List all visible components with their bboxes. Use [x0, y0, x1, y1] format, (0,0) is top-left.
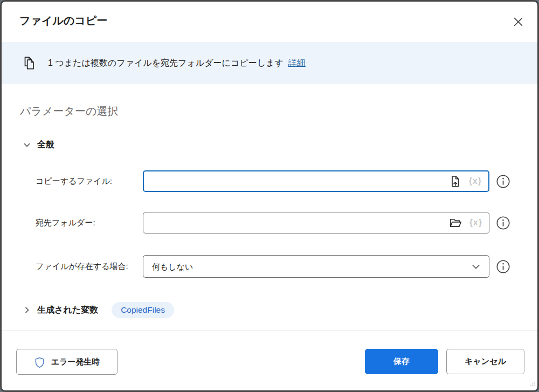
generated-variables-toggle[interactable]: 生成された変数 [23, 305, 98, 316]
if-file-exists-label: ファイルが存在する場合: [36, 255, 128, 278]
destination-folder-label: 宛先フォルダー: [36, 212, 95, 233]
file-arrow-up-icon [448, 175, 462, 188]
cancel-button[interactable]: キャンセル [446, 349, 524, 374]
if-file-exists-info-button[interactable] [495, 259, 510, 274]
generated-variables-row: 生成された変数 CopiedFiles [23, 302, 174, 318]
chevron-down-icon [471, 262, 481, 272]
file-to-copy-input[interactable] [144, 171, 453, 191]
chevron-down-icon [23, 141, 31, 149]
section-general-toggle[interactable]: 全般 [23, 139, 54, 150]
dropdown-selected-value: 何もしない [152, 256, 193, 278]
shield-icon [34, 356, 45, 368]
info-icon [496, 259, 510, 274]
generated-variables-label: 生成された変数 [37, 305, 98, 316]
file-to-copy-info-button[interactable] [495, 174, 510, 189]
select-file-button[interactable] [447, 174, 463, 189]
info-icon [496, 174, 510, 189]
copy-file-dialog: ファイルのコピー 1 つまたは複数のファイルを宛先フォルダーにコピーします 詳細… [0, 0, 539, 392]
file-to-copy-label: コピーするファイル: [36, 170, 112, 192]
chevron-right-icon [23, 306, 31, 314]
section-general-label: 全般 [37, 139, 54, 150]
variable-picker-button[interactable]: {x} [468, 175, 483, 187]
folder-open-icon [448, 216, 462, 230]
variable-x-icon: {x} [469, 218, 482, 228]
save-button[interactable]: 保存 [365, 349, 438, 374]
file-to-copy-field: {x} [143, 170, 489, 192]
on-error-label: エラー発生時 [51, 357, 100, 367]
destination-folder-field: {x} [143, 212, 489, 233]
footer-separator [2, 331, 537, 331]
description-bar: 1 つまたは複数のファイルを宛先フォルダーにコピーします 詳細 [2, 42, 537, 84]
description-text: 1 つまたは複数のファイルを宛先フォルダーにコピーします [48, 58, 284, 69]
copy-files-icon [22, 56, 37, 71]
close-button[interactable] [509, 12, 527, 31]
resize-grip[interactable] [529, 379, 535, 389]
variable-badge-copiedfiles[interactable]: CopiedFiles [112, 302, 174, 318]
details-link[interactable]: 詳細 [288, 58, 306, 69]
close-icon [513, 16, 524, 27]
select-folder-button[interactable] [447, 215, 464, 231]
if-file-exists-dropdown[interactable]: 何もしない [143, 255, 489, 278]
on-error-button[interactable]: エラー発生時 [16, 349, 118, 375]
cancel-label: キャンセル [465, 356, 506, 367]
destination-folder-info-button[interactable] [495, 215, 510, 230]
info-icon [496, 216, 510, 230]
destination-folder-input[interactable] [143, 212, 453, 233]
dialog-title: ファイルのコピー [19, 13, 107, 28]
parameters-heading: パラメーターの選択 [20, 104, 118, 119]
variable-picker-button[interactable]: {x} [468, 217, 483, 229]
save-label: 保存 [393, 356, 410, 367]
variable-x-icon: {x} [469, 176, 482, 186]
